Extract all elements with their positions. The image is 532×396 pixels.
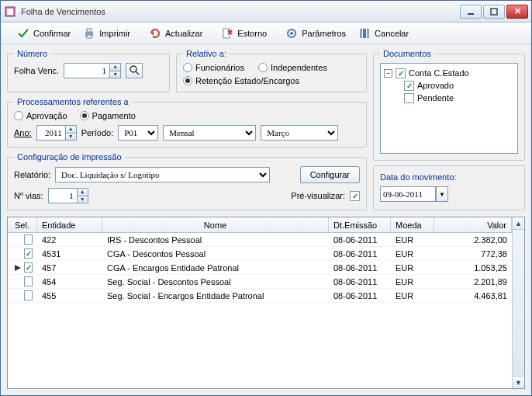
nvias-input[interactable] (49, 189, 77, 203)
data-movimento-group: Data do movimento: ▼ (373, 165, 525, 210)
svg-point-16 (130, 66, 136, 72)
estorno-label: Estorno (237, 29, 267, 38)
processamentos-legend: Processamentos referentes a (14, 97, 132, 106)
row-select-checkbox[interactable] (24, 262, 33, 273)
cell-dtemissao: 08-06-2011 (329, 248, 391, 259)
table-row[interactable]: 455Seg. Social - Encargos Entidade Patro… (8, 289, 512, 303)
tree-child-label: Aprovado (417, 79, 454, 92)
relatorio-select[interactable]: Doc. Liquidação s/ Logotipo (55, 167, 270, 182)
nvias-spinner[interactable]: ▲▼ (48, 188, 88, 203)
imprimir-button[interactable]: Imprimir (78, 25, 136, 42)
mes-select[interactable]: Março (261, 125, 338, 141)
chevron-down-icon: ▼ (439, 191, 445, 198)
row-select-checkbox[interactable] (24, 290, 33, 300)
tree-root-checkbox[interactable] (396, 68, 406, 78)
minimize-button[interactable] (460, 5, 482, 19)
previsualizar-checkbox[interactable] (350, 191, 360, 201)
row-select-checkbox[interactable] (24, 276, 33, 287)
documentos-tree[interactable]: − Conta C.Estado AprovadoPendente (380, 63, 518, 154)
cell-moeda: EUR (391, 262, 434, 273)
cell-moeda: EUR (391, 234, 434, 245)
actualizar-button[interactable]: Actualizar (143, 25, 208, 42)
cell-nome: IRS - Descontos Pessoal (102, 234, 329, 245)
col-header-entidade[interactable]: Entidade (37, 217, 102, 232)
cancelar-label: Cancelar (375, 29, 409, 38)
estorno-button[interactable]: Estorno (216, 25, 272, 42)
spin-up-icon[interactable]: ▲ (109, 64, 120, 71)
vertical-scrollbar[interactable]: ▲ ▼ (512, 217, 524, 388)
col-header-valor[interactable]: Valor (434, 217, 512, 232)
row-select-checkbox[interactable] (24, 234, 33, 245)
cell-moeda: EUR (391, 248, 434, 259)
row-select-checkbox[interactable] (24, 248, 33, 259)
spin-down-icon[interactable]: ▼ (65, 134, 76, 141)
impressao-group: Configuração de impressão Relatório: Doc… (7, 152, 367, 210)
cell-entidade: 457 (37, 262, 102, 273)
table-row[interactable]: 422IRS - Descontos Pessoal08-06-2011EUR2… (8, 233, 512, 247)
gear-icon (285, 27, 298, 40)
svg-rect-15 (367, 29, 369, 38)
relatorio-label: Relatório: (14, 170, 50, 179)
tree-child-checkbox[interactable] (404, 93, 414, 103)
app-icon (4, 5, 16, 18)
cell-dtemissao: 08-06-2011 (329, 290, 391, 301)
close-button[interactable]: ✕ (506, 5, 528, 19)
data-movimento-input[interactable] (380, 186, 436, 202)
tipo-select[interactable]: Mensal (163, 125, 256, 141)
spin-up-icon[interactable]: ▲ (77, 189, 88, 196)
cancel-icon (358, 27, 371, 40)
cell-valor: 2.201,89 (434, 276, 512, 287)
table-row[interactable]: 457CGA - Encargos Entidade Patronal08-06… (8, 261, 512, 275)
table-row[interactable]: 4531CGA - Descontos Pessoal08-06-2011EUR… (8, 247, 512, 261)
radio-pagamento[interactable]: Pagamento (80, 111, 136, 120)
cell-valor: 772,38 (434, 248, 512, 259)
documentos-legend: Documentos (380, 49, 434, 58)
spin-down-icon[interactable]: ▼ (109, 71, 120, 78)
radio-independentes[interactable]: Independentes (258, 63, 327, 72)
col-header-moeda[interactable]: Moeda (391, 217, 434, 232)
scroll-down-icon[interactable]: ▼ (513, 376, 524, 388)
table-row[interactable]: 454Seg. Social - Descontos Pessoal08-06-… (8, 275, 512, 289)
svg-rect-14 (360, 29, 362, 38)
data-grid: Sel. Entidade Nome Dt.Emissão Moeda Valo… (7, 217, 525, 389)
radio-aprovacao[interactable]: Aprovação (14, 111, 67, 120)
numero-group: Número Folha Venc. ▲▼ (7, 49, 170, 92)
ano-input[interactable] (37, 126, 65, 140)
search-button[interactable] (126, 63, 143, 78)
nvias-label: Nº vias: (14, 191, 43, 200)
configurar-button[interactable]: Configurar (300, 166, 360, 183)
spin-up-icon[interactable]: ▲ (65, 126, 76, 134)
printer-icon (83, 27, 95, 40)
tree-child-checkbox[interactable] (404, 81, 414, 91)
cancelar-button[interactable]: Cancelar (353, 25, 414, 42)
maximize-button[interactable] (483, 5, 505, 19)
periodo-select[interactable]: P01 (118, 125, 158, 141)
cell-moeda: EUR (391, 290, 434, 301)
col-header-nome[interactable]: Nome (102, 217, 329, 232)
radio-funcionarios[interactable]: Funcionários (183, 63, 244, 72)
folha-venc-spinner[interactable]: ▲▼ (64, 63, 121, 78)
radio-retencao[interactable]: Retenção Estado/Encargos (183, 76, 299, 85)
grid-body[interactable]: 422IRS - Descontos Pessoal08-06-2011EUR2… (8, 233, 512, 388)
cell-entidade: 454 (37, 276, 102, 287)
tree-root-node[interactable]: − Conta C.Estado (384, 67, 514, 79)
tree-child-node[interactable]: Aprovado (404, 79, 514, 92)
col-header-sel[interactable]: Sel. (8, 217, 37, 232)
ano-spinner[interactable]: ▲▼ (36, 125, 77, 141)
scroll-up-icon[interactable]: ▲ (513, 217, 524, 230)
spin-down-icon[interactable]: ▼ (77, 196, 88, 203)
search-icon (129, 64, 140, 77)
actualizar-label: Actualizar (165, 29, 202, 38)
scroll-track[interactable] (513, 230, 524, 376)
cell-entidade: 455 (37, 290, 102, 301)
confirmar-button[interactable]: Confirmar (12, 25, 76, 42)
cell-entidade: 422 (37, 234, 102, 245)
expander-icon[interactable]: − (384, 69, 392, 78)
tree-child-node[interactable]: Pendente (404, 92, 514, 104)
date-dropdown-button[interactable]: ▼ (436, 186, 448, 202)
parametros-button[interactable]: Parâmetros (280, 25, 351, 42)
folha-venc-input[interactable] (64, 64, 109, 78)
processamentos-group: Processamentos referentes a Aprovação Pa… (7, 97, 367, 148)
window-title: Folha de Vencimentos (21, 7, 460, 16)
col-header-dtemissao[interactable]: Dt.Emissão (329, 217, 391, 232)
